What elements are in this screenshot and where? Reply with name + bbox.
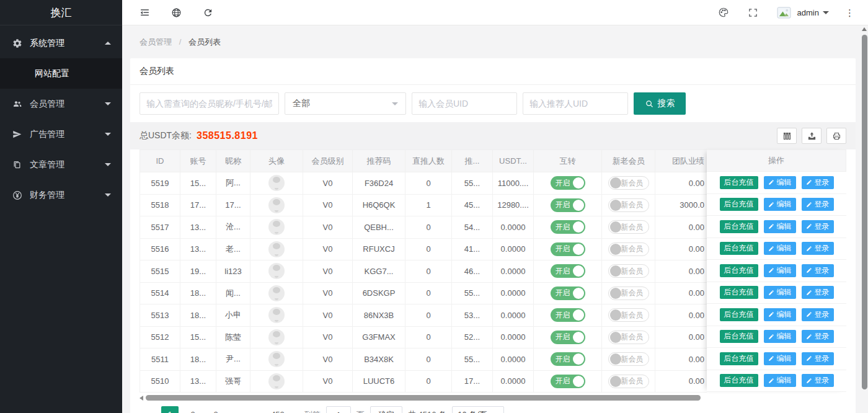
recharge-button[interactable]: 后台充值 [720,220,758,233]
export-button[interactable] [802,128,822,144]
sidebar-item-system[interactable]: 系统管理 [0,28,122,58]
login-button[interactable]: 登录 [802,242,834,255]
table-row: 5519 15... 阿... V0 F36D24 0 55... 11000.… [140,172,707,195]
login-button[interactable]: 登录 [802,286,834,299]
more-options-icon[interactable]: ⋮ [845,8,854,17]
transfer-toggle[interactable]: 开启 [551,198,585,212]
page-number[interactable]: 452 [269,406,286,413]
member-status-toggle[interactable]: 新会员 [608,375,649,388]
member-status-toggle[interactable]: 新会员 [608,198,649,212]
recharge-button[interactable]: 后台充值 [720,264,758,277]
transfer-toggle[interactable]: 开启 [551,308,585,322]
per-page-select[interactable]: 10 条/页 [452,406,504,413]
refresh-icon[interactable] [203,7,213,18]
member-status-toggle[interactable]: 新会员 [608,352,649,366]
transfer-toggle[interactable]: 开启 [551,176,585,190]
edit-button[interactable]: 编辑 [764,176,796,189]
login-button[interactable]: 登录 [802,308,834,321]
page-number[interactable]: 1 [161,406,179,413]
next-page-icon[interactable]: › [292,410,299,413]
member-uid-input[interactable] [412,92,517,115]
search-button[interactable]: 搜索 [634,92,686,115]
horizontal-scroll-thumb[interactable] [146,395,701,401]
member-status-toggle[interactable]: 新会员 [608,220,649,234]
login-button[interactable]: 登录 [802,176,834,189]
cell-avatar [250,282,303,304]
user-avatar[interactable] [777,7,791,19]
sidebar-item-site-config[interactable]: 网站配置 [0,58,122,89]
theme-palette-icon[interactable] [718,7,729,18]
pencil-icon [768,290,774,296]
print-button[interactable] [826,128,846,144]
cell-avatar [250,194,303,216]
recharge-button[interactable]: 后台充值 [720,176,758,189]
page-unit-label: 页 [356,409,365,413]
sidebar-item-members[interactable]: 会员管理 [0,89,122,119]
edit-button[interactable]: 编辑 [764,198,796,211]
row-actions: 后台充值 编辑 登录 [707,216,846,238]
cell-referrer: 54... [452,216,493,239]
page-number[interactable]: 2 [184,406,202,413]
recharge-button[interactable]: 后台充值 [720,352,758,365]
member-status-toggle[interactable]: 新会员 [608,242,649,256]
recharge-button[interactable]: 后台充值 [720,330,758,343]
edit-button[interactable]: 编辑 [764,286,796,299]
login-button[interactable]: 登录 [802,198,834,211]
referrer-uid-input[interactable] [523,92,628,115]
member-status-toggle[interactable]: 新会员 [608,264,649,278]
columns-toggle-button[interactable] [777,128,797,144]
transfer-toggle[interactable]: 开启 [551,352,585,366]
login-button[interactable]: 登录 [802,352,834,365]
transfer-toggle[interactable]: 开启 [551,242,585,256]
member-status-toggle[interactable]: 新会员 [608,331,649,344]
edit-button[interactable]: 编辑 [764,264,796,277]
recharge-button[interactable]: 后台充值 [720,374,758,387]
member-status-toggle[interactable]: 新会员 [608,308,649,322]
edit-button[interactable]: 编辑 [764,330,796,343]
chevron-down-icon [105,193,111,197]
transfer-toggle[interactable]: 开启 [551,220,585,234]
recharge-button[interactable]: 后台充值 [720,198,758,211]
edit-button[interactable]: 编辑 [764,352,796,365]
vertical-scroll-thumb[interactable] [862,35,867,389]
keyword-input[interactable] [140,92,279,115]
recharge-button[interactable]: 后台充值 [720,286,758,299]
transfer-toggle[interactable]: 开启 [551,286,585,300]
fullscreen-icon[interactable] [748,7,758,18]
scroll-left-arrow[interactable] [140,396,143,401]
recharge-button[interactable]: 后台充值 [720,242,758,255]
edit-button[interactable]: 编辑 [764,308,796,321]
edit-button[interactable]: 编辑 [764,374,796,387]
sidebar-item-ads[interactable]: 广告管理 [0,119,122,149]
member-status-toggle[interactable]: 新会员 [608,176,649,190]
yen-icon [12,190,22,200]
sidebar-item-articles[interactable]: 文章管理 [0,149,122,180]
status-select[interactable]: 全部 [285,92,406,115]
cell-referral-code: KGG7... [353,260,405,283]
globe-icon[interactable] [171,7,182,18]
goto-label: 到第 [304,409,321,413]
transfer-toggle[interactable]: 开启 [551,331,585,344]
transfer-toggle[interactable]: 开启 [551,375,585,388]
page-number[interactable]: 3 [207,406,224,413]
sidebar-item-finance[interactable]: 财务管理 [0,180,122,210]
member-status-toggle[interactable]: 新会员 [608,286,649,300]
login-button[interactable]: 登录 [802,330,834,343]
cell-direct-count: 0 [405,304,452,327]
login-button[interactable]: 登录 [802,374,834,387]
menu-fold-icon[interactable] [140,7,150,18]
prev-page-icon[interactable]: ‹ [149,410,156,413]
confirm-page-button[interactable]: 确定 [370,406,402,413]
scroll-up-arrow[interactable] [862,27,867,31]
page-list: 123...452 [161,406,286,413]
goto-page-input[interactable] [326,406,351,413]
edit-button[interactable]: 编辑 [764,220,796,233]
breadcrumb-parent[interactable]: 会员管理 [140,37,172,47]
login-button[interactable]: 登录 [802,264,834,277]
user-menu[interactable]: admin [797,8,829,17]
table-header-row: ID账号昵称头像会员级别推荐码直推人数推...USDT...互转新老会员团队业绩 [140,150,707,172]
transfer-toggle[interactable]: 开启 [551,264,585,278]
login-button[interactable]: 登录 [802,220,834,233]
edit-button[interactable]: 编辑 [764,242,796,255]
recharge-button[interactable]: 后台充值 [720,308,758,321]
